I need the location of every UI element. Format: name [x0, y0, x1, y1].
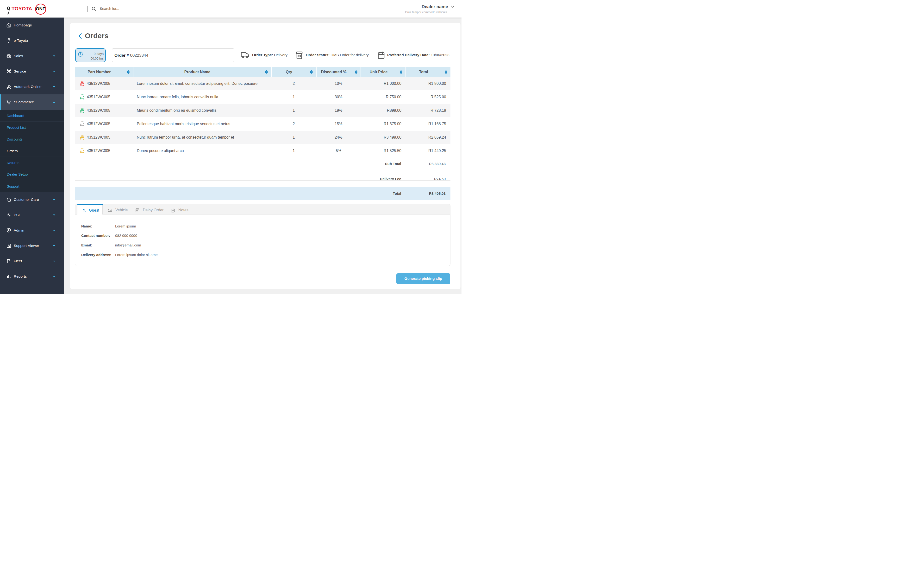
- svg-text:0001: 0001: [81, 94, 84, 96]
- svg-text:0001: 0001: [81, 81, 84, 82]
- svg-text:0001: 0001: [81, 108, 84, 109]
- svg-text:0001: 0001: [81, 121, 84, 123]
- svg-text:0001: 0001: [81, 148, 84, 150]
- svg-text:0001: 0001: [81, 135, 84, 136]
